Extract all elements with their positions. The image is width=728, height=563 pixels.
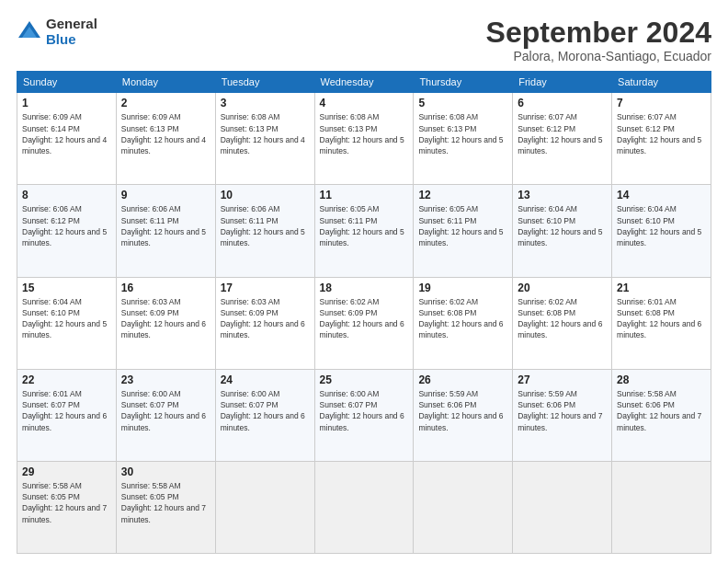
day-info: Sunrise: 5:58 AMSunset: 6:05 PMDaylight:… bbox=[22, 480, 111, 525]
day-info: Sunrise: 6:07 AMSunset: 6:12 PMDaylight:… bbox=[617, 111, 706, 156]
day-cell: 22 Sunrise: 6:01 AMSunset: 6:07 PMDaylig… bbox=[17, 369, 117, 461]
week-row-2: 8 Sunrise: 6:06 AMSunset: 6:12 PMDayligh… bbox=[17, 185, 711, 277]
day-number: 17 bbox=[221, 282, 310, 294]
day-info: Sunrise: 6:03 AMSunset: 6:09 PMDaylight:… bbox=[121, 296, 210, 341]
col-friday: Friday bbox=[513, 72, 612, 93]
day-number: 4 bbox=[320, 97, 409, 109]
day-info: Sunrise: 6:08 AMSunset: 6:13 PMDaylight:… bbox=[320, 111, 409, 156]
week-row-5: 29 Sunrise: 5:58 AMSunset: 6:05 PMDaylig… bbox=[17, 461, 711, 553]
day-info: Sunrise: 6:01 AMSunset: 6:08 PMDaylight:… bbox=[617, 296, 706, 341]
day-number: 15 bbox=[22, 282, 111, 294]
day-cell: 1 Sunrise: 6:09 AMSunset: 6:14 PMDayligh… bbox=[17, 93, 117, 185]
day-number: 13 bbox=[518, 189, 607, 201]
day-number: 21 bbox=[617, 282, 706, 294]
day-cell: 4 Sunrise: 6:08 AMSunset: 6:13 PMDayligh… bbox=[314, 93, 414, 185]
day-cell: 26 Sunrise: 5:59 AMSunset: 6:06 PMDaylig… bbox=[414, 369, 513, 461]
day-cell: 30 Sunrise: 5:58 AMSunset: 6:05 PMDaylig… bbox=[116, 461, 215, 553]
day-number: 11 bbox=[320, 189, 409, 201]
day-cell bbox=[612, 461, 711, 553]
day-info: Sunrise: 6:04 AMSunset: 6:10 PMDaylight:… bbox=[518, 203, 607, 248]
day-cell: 17 Sunrise: 6:03 AMSunset: 6:09 PMDaylig… bbox=[215, 277, 314, 369]
day-cell: 12 Sunrise: 6:05 AMSunset: 6:11 PMDaylig… bbox=[414, 185, 513, 277]
day-cell: 28 Sunrise: 5:58 AMSunset: 6:06 PMDaylig… bbox=[612, 369, 711, 461]
day-info: Sunrise: 6:02 AMSunset: 6:08 PMDaylight:… bbox=[418, 296, 507, 341]
day-info: Sunrise: 6:04 AMSunset: 6:10 PMDaylight:… bbox=[22, 296, 111, 341]
day-cell: 8 Sunrise: 6:06 AMSunset: 6:12 PMDayligh… bbox=[17, 185, 117, 277]
logo-icon bbox=[17, 19, 42, 45]
day-cell: 9 Sunrise: 6:06 AMSunset: 6:11 PMDayligh… bbox=[116, 185, 215, 277]
day-number: 1 bbox=[22, 97, 111, 109]
day-info: Sunrise: 6:06 AMSunset: 6:11 PMDaylight:… bbox=[221, 203, 310, 248]
day-number: 25 bbox=[320, 373, 409, 386]
week-row-4: 22 Sunrise: 6:01 AMSunset: 6:07 PMDaylig… bbox=[17, 369, 711, 461]
day-number: 22 bbox=[22, 373, 111, 386]
day-number: 8 bbox=[22, 189, 111, 201]
day-number: 5 bbox=[418, 97, 507, 109]
day-number: 20 bbox=[518, 282, 607, 294]
day-cell: 18 Sunrise: 6:02 AMSunset: 6:09 PMDaylig… bbox=[314, 277, 414, 369]
logo-general: General bbox=[46, 17, 97, 32]
logo-text: General Blue bbox=[46, 17, 97, 47]
logo: General Blue bbox=[17, 17, 97, 47]
header: General Blue September 2024 Palora, Moro… bbox=[17, 17, 711, 63]
week-row-3: 15 Sunrise: 6:04 AMSunset: 6:10 PMDaylig… bbox=[17, 277, 711, 369]
day-cell bbox=[215, 461, 314, 553]
day-number: 12 bbox=[418, 189, 507, 201]
day-info: Sunrise: 6:03 AMSunset: 6:09 PMDaylight:… bbox=[221, 296, 310, 341]
day-info: Sunrise: 6:00 AMSunset: 6:07 PMDaylight:… bbox=[221, 388, 310, 433]
page: General Blue September 2024 Palora, Moro… bbox=[0, 0, 728, 563]
day-info: Sunrise: 6:06 AMSunset: 6:12 PMDaylight:… bbox=[22, 203, 111, 248]
day-cell: 7 Sunrise: 6:07 AMSunset: 6:12 PMDayligh… bbox=[612, 93, 711, 185]
day-number: 19 bbox=[418, 282, 507, 294]
day-info: Sunrise: 6:09 AMSunset: 6:14 PMDaylight:… bbox=[22, 111, 111, 156]
day-cell: 20 Sunrise: 6:02 AMSunset: 6:08 PMDaylig… bbox=[513, 277, 612, 369]
logo-blue-text: Blue bbox=[46, 32, 97, 48]
day-info: Sunrise: 6:05 AMSunset: 6:11 PMDaylight:… bbox=[418, 203, 507, 248]
day-info: Sunrise: 6:04 AMSunset: 6:10 PMDaylight:… bbox=[617, 203, 706, 248]
day-number: 27 bbox=[518, 373, 607, 386]
day-info: Sunrise: 6:02 AMSunset: 6:08 PMDaylight:… bbox=[518, 296, 607, 341]
col-monday: Monday bbox=[116, 72, 215, 93]
day-info: Sunrise: 6:05 AMSunset: 6:11 PMDaylight:… bbox=[320, 203, 409, 248]
day-cell: 23 Sunrise: 6:00 AMSunset: 6:07 PMDaylig… bbox=[116, 369, 215, 461]
day-cell: 27 Sunrise: 5:59 AMSunset: 6:06 PMDaylig… bbox=[513, 369, 612, 461]
day-cell: 10 Sunrise: 6:06 AMSunset: 6:11 PMDaylig… bbox=[215, 185, 314, 277]
day-cell bbox=[414, 461, 513, 553]
day-number: 10 bbox=[221, 189, 310, 201]
day-cell: 24 Sunrise: 6:00 AMSunset: 6:07 PMDaylig… bbox=[215, 369, 314, 461]
day-number: 26 bbox=[418, 373, 507, 386]
day-cell: 14 Sunrise: 6:04 AMSunset: 6:10 PMDaylig… bbox=[612, 185, 711, 277]
day-number: 23 bbox=[121, 373, 210, 386]
day-info: Sunrise: 6:06 AMSunset: 6:11 PMDaylight:… bbox=[121, 203, 210, 248]
day-cell: 19 Sunrise: 6:02 AMSunset: 6:08 PMDaylig… bbox=[414, 277, 513, 369]
day-number: 24 bbox=[221, 373, 310, 386]
day-info: Sunrise: 5:58 AMSunset: 6:06 PMDaylight:… bbox=[617, 388, 706, 433]
col-wednesday: Wednesday bbox=[314, 72, 414, 93]
day-number: 6 bbox=[518, 97, 607, 109]
day-number: 30 bbox=[121, 465, 210, 478]
day-number: 28 bbox=[617, 373, 706, 386]
day-number: 7 bbox=[617, 97, 706, 109]
day-number: 16 bbox=[121, 282, 210, 294]
col-tuesday: Tuesday bbox=[215, 72, 314, 93]
day-info: Sunrise: 6:07 AMSunset: 6:12 PMDaylight:… bbox=[518, 111, 607, 156]
day-number: 3 bbox=[221, 97, 310, 109]
day-info: Sunrise: 6:09 AMSunset: 6:13 PMDaylight:… bbox=[121, 111, 210, 156]
day-number: 18 bbox=[320, 282, 409, 294]
day-info: Sunrise: 6:08 AMSunset: 6:13 PMDaylight:… bbox=[418, 111, 507, 156]
col-saturday: Saturday bbox=[612, 72, 711, 93]
day-cell: 6 Sunrise: 6:07 AMSunset: 6:12 PMDayligh… bbox=[513, 93, 612, 185]
day-info: Sunrise: 5:59 AMSunset: 6:06 PMDaylight:… bbox=[518, 388, 607, 433]
day-cell: 15 Sunrise: 6:04 AMSunset: 6:10 PMDaylig… bbox=[17, 277, 117, 369]
day-info: Sunrise: 5:59 AMSunset: 6:06 PMDaylight:… bbox=[418, 388, 507, 433]
day-number: 14 bbox=[617, 189, 706, 201]
week-row-1: 1 Sunrise: 6:09 AMSunset: 6:14 PMDayligh… bbox=[17, 93, 711, 185]
day-info: Sunrise: 6:00 AMSunset: 6:07 PMDaylight:… bbox=[121, 388, 210, 433]
col-sunday: Sunday bbox=[17, 72, 117, 93]
day-cell: 2 Sunrise: 6:09 AMSunset: 6:13 PMDayligh… bbox=[116, 93, 215, 185]
day-cell: 16 Sunrise: 6:03 AMSunset: 6:09 PMDaylig… bbox=[116, 277, 215, 369]
day-cell bbox=[513, 461, 612, 553]
location: Palora, Morona-Santiago, Ecuador bbox=[486, 49, 711, 63]
day-info: Sunrise: 6:00 AMSunset: 6:07 PMDaylight:… bbox=[320, 388, 409, 433]
day-info: Sunrise: 6:08 AMSunset: 6:13 PMDaylight:… bbox=[221, 111, 310, 156]
